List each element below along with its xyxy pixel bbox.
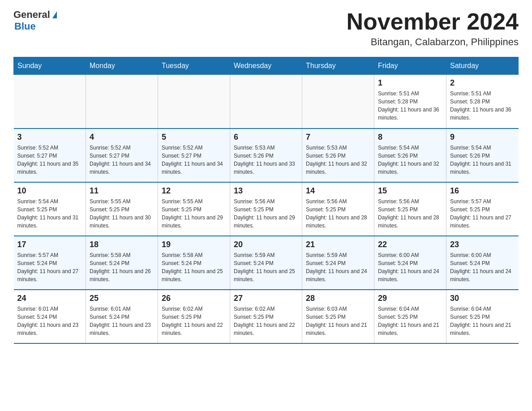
calendar-week-row: 1Sunrise: 5:51 AMSunset: 5:28 PMDaylight… [14, 75, 519, 128]
logo-general: General [13, 9, 50, 21]
day-info: Sunrise: 5:55 AMSunset: 5:25 PMDaylight:… [90, 197, 154, 230]
location-title: Bitangan, Calabarzon, Philippines [347, 36, 519, 48]
day-number: 28 [306, 294, 370, 303]
day-info: Sunrise: 6:04 AMSunset: 5:25 PMDaylight:… [450, 305, 515, 337]
day-info: Sunrise: 6:02 AMSunset: 5:25 PMDaylight:… [234, 305, 298, 337]
calendar-cell: 16Sunrise: 5:57 AMSunset: 5:25 PMDayligh… [446, 182, 519, 236]
calendar-cell: 5Sunrise: 5:52 AMSunset: 5:27 PMDaylight… [158, 128, 230, 182]
day-number: 2 [450, 78, 515, 88]
day-number: 29 [378, 294, 442, 303]
calendar-cell: 28Sunrise: 6:03 AMSunset: 5:25 PMDayligh… [302, 290, 374, 343]
day-number: 19 [162, 240, 226, 249]
day-number: 25 [90, 294, 154, 303]
day-number: 24 [17, 294, 82, 303]
day-number: 9 [450, 133, 515, 142]
day-info: Sunrise: 5:53 AMSunset: 5:26 PMDaylight:… [234, 144, 298, 176]
calendar-cell: 27Sunrise: 6:02 AMSunset: 5:25 PMDayligh… [230, 290, 302, 343]
calendar-header-row: SundayMondayTuesdayWednesdayThursdayFrid… [14, 57, 519, 75]
calendar-cell: 6Sunrise: 5:53 AMSunset: 5:26 PMDaylight… [230, 128, 302, 182]
calendar-cell: 19Sunrise: 5:58 AMSunset: 5:24 PMDayligh… [158, 236, 230, 290]
day-header-friday: Friday [374, 57, 446, 75]
calendar-cell: 1Sunrise: 5:51 AMSunset: 5:28 PMDaylight… [374, 75, 446, 128]
day-number: 3 [17, 133, 82, 142]
day-info: Sunrise: 5:56 AMSunset: 5:25 PMDaylight:… [234, 197, 298, 230]
calendar-cell [230, 75, 302, 128]
day-info: Sunrise: 5:57 AMSunset: 5:25 PMDaylight:… [450, 197, 515, 230]
day-info: Sunrise: 5:58 AMSunset: 5:24 PMDaylight:… [90, 251, 154, 283]
day-number: 26 [162, 294, 226, 303]
day-number: 11 [90, 186, 154, 196]
day-info: Sunrise: 5:54 AMSunset: 5:26 PMDaylight:… [378, 144, 442, 176]
calendar-cell [14, 75, 86, 128]
calendar-cell: 21Sunrise: 5:59 AMSunset: 5:24 PMDayligh… [302, 236, 374, 290]
day-info: Sunrise: 5:56 AMSunset: 5:25 PMDaylight:… [378, 197, 442, 230]
day-info: Sunrise: 5:54 AMSunset: 5:26 PMDaylight:… [450, 144, 515, 176]
day-number: 10 [17, 186, 82, 196]
logo-blue: Blue [14, 21, 36, 32]
day-number: 23 [450, 240, 515, 249]
day-number: 20 [234, 240, 298, 249]
day-info: Sunrise: 6:00 AMSunset: 5:24 PMDaylight:… [450, 251, 515, 283]
calendar-table: SundayMondayTuesdayWednesdayThursdayFrid… [13, 57, 519, 344]
calendar-cell: 10Sunrise: 5:54 AMSunset: 5:25 PMDayligh… [14, 182, 86, 236]
day-number: 22 [378, 240, 442, 249]
day-number: 21 [306, 240, 370, 249]
day-header-sunday: Sunday [14, 57, 86, 75]
calendar-cell: 9Sunrise: 5:54 AMSunset: 5:26 PMDaylight… [446, 128, 519, 182]
day-number: 8 [378, 133, 442, 142]
day-info: Sunrise: 5:53 AMSunset: 5:26 PMDaylight:… [306, 144, 370, 176]
day-info: Sunrise: 5:59 AMSunset: 5:24 PMDaylight:… [306, 251, 370, 283]
day-info: Sunrise: 5:52 AMSunset: 5:27 PMDaylight:… [17, 144, 82, 176]
day-info: Sunrise: 6:01 AMSunset: 5:24 PMDaylight:… [17, 305, 82, 337]
day-header-saturday: Saturday [446, 57, 519, 75]
day-number: 16 [450, 186, 515, 196]
calendar-cell: 20Sunrise: 5:59 AMSunset: 5:24 PMDayligh… [230, 236, 302, 290]
calendar-cell: 12Sunrise: 5:55 AMSunset: 5:25 PMDayligh… [158, 182, 230, 236]
calendar-cell [158, 75, 230, 128]
calendar-cell: 22Sunrise: 6:00 AMSunset: 5:24 PMDayligh… [374, 236, 446, 290]
day-header-thursday: Thursday [302, 57, 374, 75]
day-info: Sunrise: 5:52 AMSunset: 5:27 PMDaylight:… [162, 144, 226, 176]
calendar-cell: 26Sunrise: 6:02 AMSunset: 5:25 PMDayligh… [158, 290, 230, 343]
title-block: November 2024 Bitangan, Calabarzon, Phil… [347, 9, 519, 48]
calendar-cell: 4Sunrise: 5:52 AMSunset: 5:27 PMDaylight… [86, 128, 158, 182]
calendar-cell: 18Sunrise: 5:58 AMSunset: 5:24 PMDayligh… [86, 236, 158, 290]
calendar-cell: 24Sunrise: 6:01 AMSunset: 5:24 PMDayligh… [14, 290, 86, 343]
day-number: 4 [90, 133, 154, 142]
month-title: November 2024 [347, 9, 519, 34]
calendar-cell: 13Sunrise: 5:56 AMSunset: 5:25 PMDayligh… [230, 182, 302, 236]
calendar-week-row: 3Sunrise: 5:52 AMSunset: 5:27 PMDaylight… [14, 128, 519, 182]
calendar-week-row: 24Sunrise: 6:01 AMSunset: 5:24 PMDayligh… [14, 290, 519, 343]
day-info: Sunrise: 6:02 AMSunset: 5:25 PMDaylight:… [162, 305, 226, 337]
calendar-week-row: 17Sunrise: 5:57 AMSunset: 5:24 PMDayligh… [14, 236, 519, 290]
day-number: 5 [162, 133, 226, 142]
calendar-cell: 14Sunrise: 5:56 AMSunset: 5:25 PMDayligh… [302, 182, 374, 236]
page-header: General Blue November 2024 Bitangan, Cal… [13, 9, 519, 48]
day-info: Sunrise: 5:52 AMSunset: 5:27 PMDaylight:… [90, 144, 154, 176]
day-number: 14 [306, 186, 370, 196]
day-info: Sunrise: 5:58 AMSunset: 5:24 PMDaylight:… [162, 251, 226, 283]
calendar-cell: 8Sunrise: 5:54 AMSunset: 5:26 PMDaylight… [374, 128, 446, 182]
day-header-tuesday: Tuesday [158, 57, 230, 75]
day-number: 7 [306, 133, 370, 142]
calendar-cell: 29Sunrise: 6:04 AMSunset: 5:25 PMDayligh… [374, 290, 446, 343]
day-number: 6 [234, 133, 298, 142]
day-number: 17 [17, 240, 82, 249]
day-number: 30 [450, 294, 515, 303]
calendar-cell: 7Sunrise: 5:53 AMSunset: 5:26 PMDaylight… [302, 128, 374, 182]
day-header-wednesday: Wednesday [230, 57, 302, 75]
day-info: Sunrise: 6:04 AMSunset: 5:25 PMDaylight:… [378, 305, 442, 337]
calendar-cell: 30Sunrise: 6:04 AMSunset: 5:25 PMDayligh… [446, 290, 519, 343]
calendar-cell [302, 75, 374, 128]
day-info: Sunrise: 6:00 AMSunset: 5:24 PMDaylight:… [378, 251, 442, 283]
day-number: 13 [234, 186, 298, 196]
calendar-cell [86, 75, 158, 128]
day-number: 18 [90, 240, 154, 249]
calendar-cell: 15Sunrise: 5:56 AMSunset: 5:25 PMDayligh… [374, 182, 446, 236]
calendar-cell: 2Sunrise: 5:51 AMSunset: 5:28 PMDaylight… [446, 75, 519, 128]
calendar-cell: 25Sunrise: 6:01 AMSunset: 5:24 PMDayligh… [86, 290, 158, 343]
day-number: 1 [378, 78, 442, 88]
logo: General Blue [13, 9, 57, 32]
day-info: Sunrise: 5:56 AMSunset: 5:25 PMDaylight:… [306, 197, 370, 230]
day-info: Sunrise: 5:57 AMSunset: 5:24 PMDaylight:… [17, 251, 82, 283]
